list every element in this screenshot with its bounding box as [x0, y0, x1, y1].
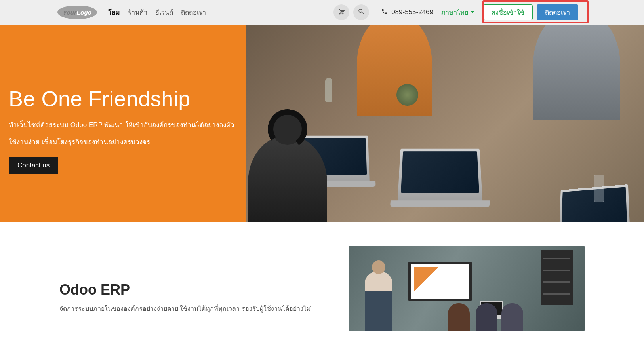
search-button[interactable] — [353, 4, 369, 20]
hero-prop — [594, 175, 604, 202]
img-audience — [448, 303, 470, 331]
nav-home[interactable]: โฮม — [108, 8, 120, 17]
phone-display: 089-555-2469 — [381, 8, 433, 17]
img-audience — [476, 303, 497, 331]
signin-button[interactable]: ลงชื่อเข้าใช้ — [483, 4, 533, 20]
nav-events[interactable]: อีเวนต์ — [155, 8, 173, 17]
cart-button[interactable] — [333, 4, 349, 20]
phone-icon — [381, 8, 391, 17]
chevron-down-icon — [468, 9, 474, 16]
contact-button[interactable]: ติดต่อเรา — [537, 4, 578, 20]
img-presenter — [365, 272, 392, 331]
nav-contact[interactable]: ติดต่อเรา — [181, 8, 206, 17]
cart-icon — [338, 8, 345, 17]
search-icon — [358, 8, 365, 17]
language-label: ภาษาไทย — [441, 8, 468, 17]
section-odoo: Odoo ERP จัดการระบบภายในขององค์กรอย่างง่… — [0, 222, 644, 331]
img-screen — [408, 262, 472, 301]
logo-text-right: Logo — [76, 9, 91, 16]
hero-laptop — [398, 149, 483, 202]
hero-contact-button[interactable]: Contact us — [9, 157, 58, 174]
site-logo[interactable]: YourLogo — [57, 6, 97, 19]
hero-text-panel: Be One Friendship ทำเว็บไซต์ด้วยระบบ Odo… — [0, 25, 246, 222]
section-odoo-text: Odoo ERP จัดการระบบภายในขององค์กรอย่างง่… — [59, 246, 329, 331]
img-audience — [501, 303, 523, 331]
hero-line2: ใช้งานง่าย เชื่อมโยงธุรกิจของท่านอย่างคร… — [9, 137, 236, 147]
img-shelf — [541, 250, 573, 305]
logo-text-left: Your — [63, 9, 77, 16]
hero-line1: ทำเว็บไซต์ด้วยระบบ Odoo ERP พัฒนา ให้เข้… — [9, 120, 236, 130]
section-odoo-desc: จัดการระบบภายในขององค์กรอย่างง่ายดาย ใช้… — [59, 304, 329, 314]
hero-image — [246, 25, 644, 222]
hero-title: Be One Friendship — [9, 86, 236, 111]
language-selector[interactable]: ภาษาไทย — [441, 8, 474, 17]
section-odoo-image — [349, 246, 585, 331]
hero-section: Be One Friendship ทำเว็บไซต์ด้วยระบบ Odo… — [0, 25, 644, 222]
hero-prop — [325, 78, 332, 102]
nav-shop[interactable]: ร้านค้า — [128, 8, 147, 17]
phone-number: 089-555-2469 — [391, 8, 433, 16]
hero-person — [533, 25, 620, 120]
section-odoo-title: Odoo ERP — [59, 281, 329, 298]
hero-person — [357, 25, 432, 116]
main-nav: โฮม ร้านค้า อีเวนต์ ติดต่อเรา — [108, 8, 206, 17]
hero-prop — [396, 84, 418, 106]
